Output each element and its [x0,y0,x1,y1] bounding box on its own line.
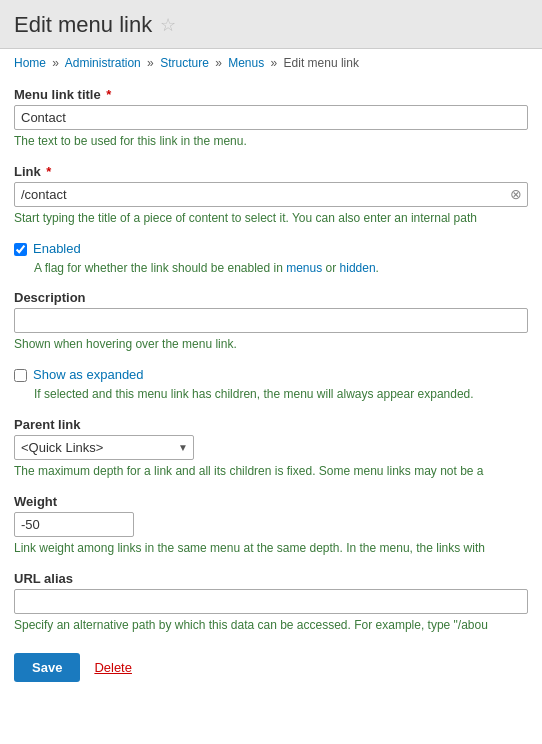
url-alias-input[interactable] [14,589,528,614]
description-help: Shown when hovering over the menu link. [14,336,528,353]
breadcrumb-sep-4: » [271,56,278,70]
link-help: Start typing the title of a piece of con… [14,210,528,227]
page-title-text: Edit menu link [14,12,152,38]
breadcrumb-current: Edit menu link [284,56,359,70]
description-group: Description Shown when hovering over the… [14,290,528,353]
link-input-wrapper: ⊗ [14,182,528,207]
breadcrumb-menus[interactable]: Menus [228,56,264,70]
parent-link-help: The maximum depth for a link and all its… [14,463,528,480]
menu-link-title-group: Menu link title * The text to be used fo… [14,87,528,150]
breadcrumb-sep-1: » [52,56,59,70]
menu-link-title-help: The text to be used for this link in the… [14,133,528,150]
breadcrumb-structure[interactable]: Structure [160,56,209,70]
menu-link-title-input[interactable] [14,105,528,130]
enabled-group: Enabled A flag for whether the link shou… [14,241,528,277]
menu-link-title-label: Menu link title * [14,87,528,102]
breadcrumb-administration[interactable]: Administration [65,56,141,70]
save-button[interactable]: Save [14,653,80,682]
enabled-help: A flag for whether the link should be en… [34,260,528,277]
show-expanded-label[interactable]: Show as expanded [33,367,144,382]
breadcrumb: Home » Administration » Structure » Menu… [0,49,542,77]
page-header: Edit menu link ☆ [0,0,542,49]
show-expanded-checkbox-row: Show as expanded [14,367,528,382]
enabled-checkbox-row: Enabled [14,241,528,256]
delete-button[interactable]: Delete [94,660,132,675]
required-star-title: * [103,87,112,102]
parent-link-select-wrapper: <Quick Links> <root> Home Contact ▼ [14,435,194,460]
required-star-link: * [43,164,52,179]
parent-link-select[interactable]: <Quick Links> <root> Home Contact [14,435,194,460]
breadcrumb-sep-3: » [215,56,222,70]
url-alias-help: Specify an alternative path by which thi… [14,617,528,634]
weight-input[interactable] [14,512,134,537]
link-group: Link * ⊗ Start typing the title of a pie… [14,164,528,227]
url-alias-label: URL alias [14,571,528,586]
parent-link-group: Parent link <Quick Links> <root> Home Co… [14,417,528,480]
parent-link-label: Parent link [14,417,528,432]
breadcrumb-sep-2: » [147,56,154,70]
show-expanded-group: Show as expanded If selected and this me… [14,367,528,403]
page-title: Edit menu link ☆ [14,12,528,38]
link-label: Link * [14,164,528,179]
weight-label: Weight [14,494,528,509]
form-content: Menu link title * The text to be used fo… [0,77,542,702]
enabled-checkbox[interactable] [14,243,27,256]
show-expanded-help: If selected and this menu link has child… [34,386,528,403]
breadcrumb-home[interactable]: Home [14,56,46,70]
star-icon[interactable]: ☆ [160,14,176,36]
form-actions: Save Delete [14,653,528,682]
weight-help: Link weight among links in the same menu… [14,540,528,557]
description-label: Description [14,290,528,305]
weight-group: Weight Link weight among links in the sa… [14,494,528,557]
show-expanded-checkbox[interactable] [14,369,27,382]
enabled-label[interactable]: Enabled [33,241,81,256]
url-alias-group: URL alias Specify an alternative path by… [14,571,528,634]
description-input[interactable] [14,308,528,333]
link-input[interactable] [14,182,528,207]
link-clear-icon[interactable]: ⊗ [510,186,522,202]
